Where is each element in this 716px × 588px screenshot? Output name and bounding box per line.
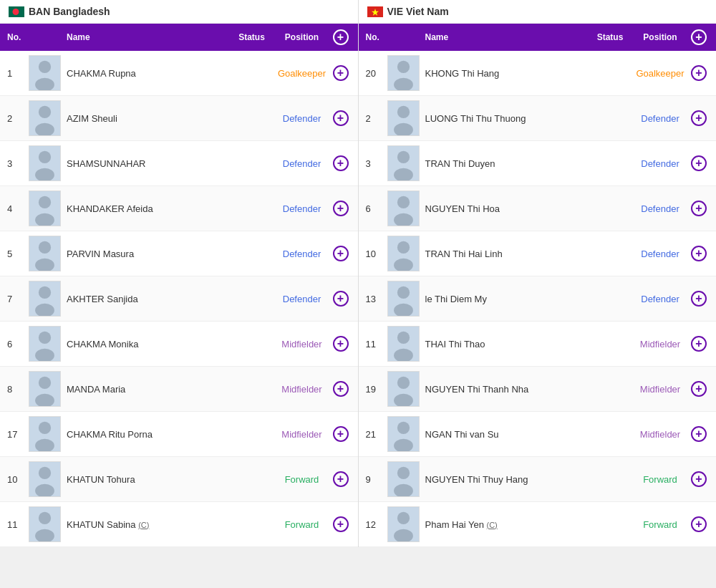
player-add-cell: +: [331, 471, 351, 487]
player-add-cell: +: [331, 155, 351, 171]
player-name: LUONG Thi Thu Thuong: [425, 113, 589, 124]
player-add-cell: +: [689, 516, 709, 532]
player-add-cell: +: [331, 336, 351, 352]
svg-point-47: [397, 196, 409, 208]
player-name: AKHTER Sanjida: [67, 294, 231, 304]
add-player-button[interactable]: +: [691, 336, 707, 352]
svg-point-57: [394, 349, 413, 362]
player-name: KHATUN Sabina (C): [67, 519, 231, 530]
main-container: BAN Bangladesh No. Name Status Position …: [0, 0, 716, 547]
player-name: SHAMSUNNAHAR: [67, 158, 231, 169]
player-number: 20: [366, 68, 387, 79]
add-player-button[interactable]: +: [333, 155, 349, 171]
svg-point-62: [397, 422, 409, 434]
player-photo: [387, 191, 420, 226]
svg-point-19: [35, 304, 54, 317]
add-player-button[interactable]: +: [691, 201, 707, 216]
player-add-cell: +: [689, 155, 709, 171]
add-player-button[interactable]: +: [333, 201, 349, 216]
player-position: Defender: [274, 249, 331, 259]
player-position: Midfielder: [632, 339, 689, 350]
col-no: No.: [366, 32, 387, 42]
player-row: 17 CHAKMA Ritu PornaMidfielder+: [0, 412, 358, 457]
svg-point-34: [35, 529, 54, 542]
svg-point-30: [39, 467, 51, 479]
svg-point-13: [35, 213, 54, 226]
player-number: 4: [7, 203, 29, 214]
player-add-cell: +: [689, 381, 709, 397]
player-add-cell: +: [689, 201, 709, 216]
player-number: 6: [366, 203, 387, 214]
add-player-button[interactable]: +: [691, 426, 707, 442]
svg-point-1: [13, 9, 19, 15]
player-photo: [387, 371, 420, 407]
svg-point-21: [39, 332, 51, 344]
player-add-cell: +: [689, 65, 709, 81]
player-number: 10: [7, 474, 29, 485]
player-position: Forward: [632, 519, 689, 530]
player-add-cell: +: [331, 516, 351, 532]
add-player-button[interactable]: +: [691, 516, 707, 532]
player-position: Defender: [274, 113, 331, 124]
player-row: 11 THAI Thi ThaoMidfielder+: [359, 322, 717, 367]
svg-point-41: [397, 106, 409, 118]
player-photo: [29, 191, 61, 226]
add-player-button[interactable]: +: [691, 471, 707, 487]
svg-point-10: [35, 168, 54, 181]
player-row: 12 Pham Hai Yen (C)Forward+: [359, 502, 717, 547]
player-add-cell: +: [331, 110, 351, 126]
add-player-button[interactable]: +: [691, 65, 707, 81]
player-number: 19: [366, 384, 387, 395]
svg-point-18: [39, 286, 51, 299]
add-player-button[interactable]: +: [333, 516, 349, 532]
svg-point-69: [394, 529, 413, 542]
add-player-button[interactable]: +: [333, 291, 349, 307]
player-row: 8 MANDA MariaMidfielder+: [0, 367, 358, 412]
add-player-button[interactable]: +: [691, 155, 707, 171]
player-number: 13: [366, 294, 387, 304]
player-number: 12: [366, 519, 387, 530]
add-player-button[interactable]: +: [691, 110, 707, 126]
player-number: 9: [366, 474, 387, 485]
player-position: Forward: [274, 474, 331, 485]
svg-point-24: [39, 377, 51, 389]
add-player-button[interactable]: +: [691, 291, 707, 307]
player-photo: [29, 145, 61, 181]
add-player-button[interactable]: +: [333, 336, 349, 352]
add-player-button[interactable]: +: [333, 246, 349, 261]
svg-point-44: [397, 151, 409, 163]
player-add-cell: +: [331, 291, 351, 307]
svg-point-42: [394, 123, 413, 136]
player-number: 3: [7, 158, 29, 169]
player-photo: [387, 506, 420, 542]
svg-point-66: [394, 484, 413, 497]
add-player-button[interactable]: +: [333, 381, 349, 397]
svg-point-33: [39, 512, 51, 524]
player-name: NGUYEN Thi Thuy Hang: [425, 474, 589, 485]
add-header-btn[interactable]: +: [333, 29, 349, 45]
player-number: 6: [7, 339, 29, 350]
player-row: 4 KHANDAKER AfeidaDefender+: [0, 186, 358, 231]
player-add-cell: +: [689, 291, 709, 307]
add-player-button[interactable]: +: [691, 246, 707, 261]
svg-point-60: [394, 394, 413, 407]
add-player-button[interactable]: +: [333, 426, 349, 442]
add-player-button[interactable]: +: [691, 381, 707, 397]
player-photo: [387, 100, 420, 136]
player-position: Defender: [632, 249, 689, 259]
add-player-button[interactable]: +: [333, 471, 349, 487]
add-player-button[interactable]: +: [333, 110, 349, 126]
svg-point-53: [397, 286, 409, 299]
svg-point-31: [35, 484, 54, 497]
player-number: 5: [7, 249, 29, 259]
player-row: 9 NGUYEN Thi Thuy HangForward+: [359, 457, 717, 502]
player-photo: [387, 145, 420, 181]
svg-point-59: [397, 377, 409, 389]
add-header-btn[interactable]: +: [691, 29, 707, 45]
player-position: Defender: [632, 203, 689, 214]
add-player-button[interactable]: +: [333, 65, 349, 81]
player-name: CHAKMA Ritu Porna: [67, 429, 231, 440]
player-position: Defender: [274, 203, 331, 214]
player-position: Goalkeeper: [632, 68, 689, 79]
column-headers-vie: No. Name Status Position +: [359, 24, 717, 51]
